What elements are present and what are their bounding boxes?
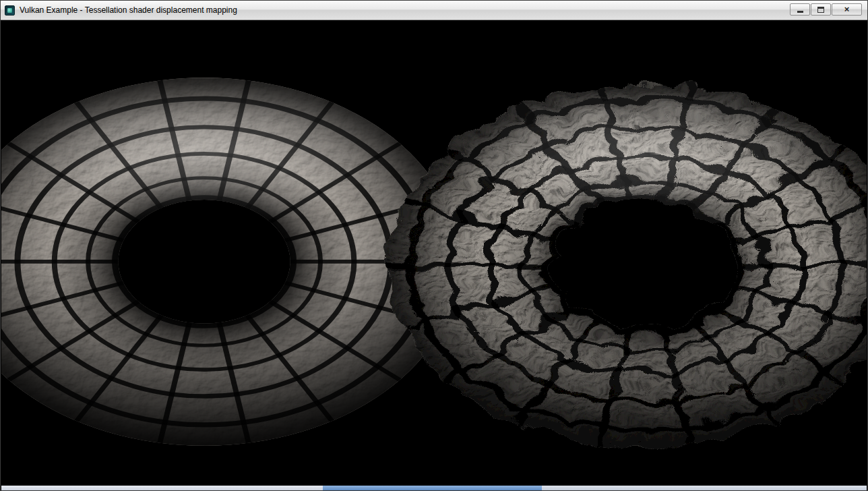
taskbar-active-window-button[interactable] [323,486,542,490]
render-viewport[interactable] [1,21,867,486]
title-bar[interactable]: Vulkan Example - Tessellation shader dis… [1,1,867,20]
app-window: Vulkan Example - Tessellation shader dis… [0,0,868,491]
taskbar-left [1,486,323,490]
taskbar-strip[interactable] [1,486,867,490]
minimize-button[interactable] [790,3,810,16]
maximize-icon [817,7,824,13]
window-controls: × [790,3,862,16]
close-button[interactable]: × [832,3,862,16]
taskbar-right [542,486,867,490]
vulkan-scene[interactable] [1,21,867,486]
window-title: Vulkan Example - Tessellation shader dis… [20,5,237,15]
maximize-button[interactable] [811,3,831,16]
vulkan-example-icon [5,5,15,16]
close-icon: × [844,5,850,13]
minimize-icon [797,11,803,13]
